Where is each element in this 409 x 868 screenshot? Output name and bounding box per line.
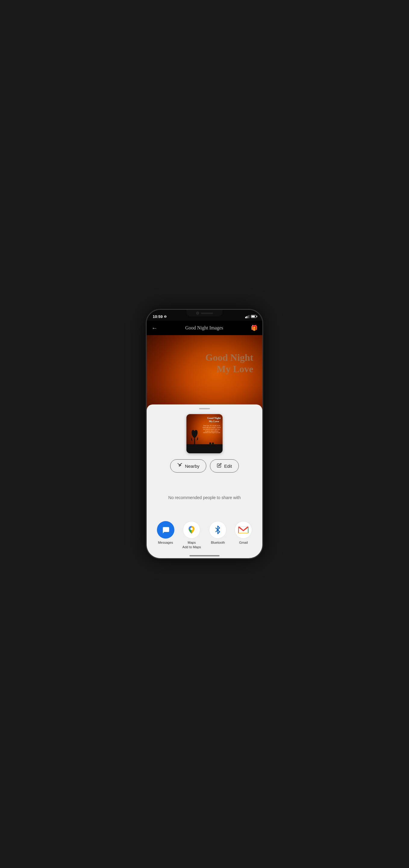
background-text: Good Night My Love: [205, 352, 253, 375]
shared-image-preview: Good Night My Love Dear love, As I would…: [186, 414, 223, 453]
svg-rect-1: [246, 316, 247, 318]
phone-frame: 10:59 ⊖ ← Good Night Images 🎁 Good: [146, 309, 263, 559]
svg-rect-0: [245, 317, 246, 318]
bg-text-line1: Good Night: [205, 352, 253, 363]
nearby-label: Nearby: [185, 464, 199, 469]
ground-silhouette: [186, 444, 223, 453]
bottom-sheet: Good Night My Love Dear love, As I would…: [147, 404, 262, 558]
img-title-line1: Good Night: [207, 416, 221, 420]
phone-notch: [186, 310, 223, 316]
back-button[interactable]: ←: [151, 324, 158, 332]
edit-button[interactable]: Edit: [210, 459, 239, 472]
svg-point-6: [190, 528, 193, 530]
gmail-icon: [235, 521, 252, 538]
svg-rect-3: [249, 315, 249, 318]
battery-fill: [251, 315, 255, 317]
share-app-messages[interactable]: Messages: [157, 521, 174, 549]
maps-label: Maps Add to Maps: [182, 540, 201, 549]
shared-img-title: Good Night My Love: [207, 416, 221, 423]
sheet-handle: [199, 408, 210, 409]
status-icons: [245, 315, 256, 318]
bluetooth-svg: [213, 526, 222, 534]
maps-label-line1: Maps: [188, 541, 196, 544]
page-title: Good Night Images: [185, 325, 223, 331]
bluetooth-icon: [209, 521, 227, 538]
share-app-maps[interactable]: Maps Add to Maps: [182, 521, 201, 549]
messages-svg: [162, 526, 170, 534]
gmail-label: Gmail: [239, 540, 248, 545]
maps-icon: [183, 521, 200, 538]
maps-pin-svg: [187, 525, 196, 535]
no-recommended-text: No recommended people to share with: [159, 478, 250, 516]
gmail-svg: [238, 526, 248, 534]
img-title-line2: My Love: [207, 420, 221, 423]
speaker-bar: [201, 313, 213, 314]
sim-icon: ⊖: [164, 315, 167, 318]
signal-icon: [245, 315, 249, 318]
battery-icon: [251, 315, 256, 318]
status-time: 10:59 ⊖: [153, 314, 167, 319]
side-button: [263, 370, 263, 385]
edit-icon: [217, 463, 221, 469]
time-label: 10:59: [153, 314, 163, 319]
edit-label: Edit: [224, 464, 232, 469]
messages-icon: [157, 521, 174, 538]
action-buttons: Nearby Edit: [170, 459, 239, 472]
app-header: ← Good Night Images 🎁: [147, 321, 262, 335]
svg-rect-2: [247, 315, 248, 318]
shared-img-bg: Good Night My Love Dear love, As I would…: [186, 414, 223, 453]
camera-dot: [196, 312, 199, 315]
nearby-icon: [177, 463, 182, 469]
maps-label-line2: Add to Maps: [182, 545, 201, 549]
share-app-bluetooth[interactable]: Bluetooth: [209, 521, 227, 549]
share-app-gmail[interactable]: Gmail: [235, 521, 252, 549]
battery-tip: [257, 316, 257, 317]
messages-label: Messages: [158, 540, 173, 545]
gift-icon[interactable]: 🎁: [251, 324, 258, 331]
shared-img-subtitle: Dear love, As I would not be there with …: [203, 425, 221, 434]
share-apps-grid: Messages Maps Add to Maps: [147, 516, 262, 558]
bluetooth-label: Bluetooth: [211, 540, 225, 545]
bg-text-line2: My Love: [205, 363, 253, 375]
home-bar: [190, 555, 219, 556]
nearby-button[interactable]: Nearby: [170, 459, 206, 472]
